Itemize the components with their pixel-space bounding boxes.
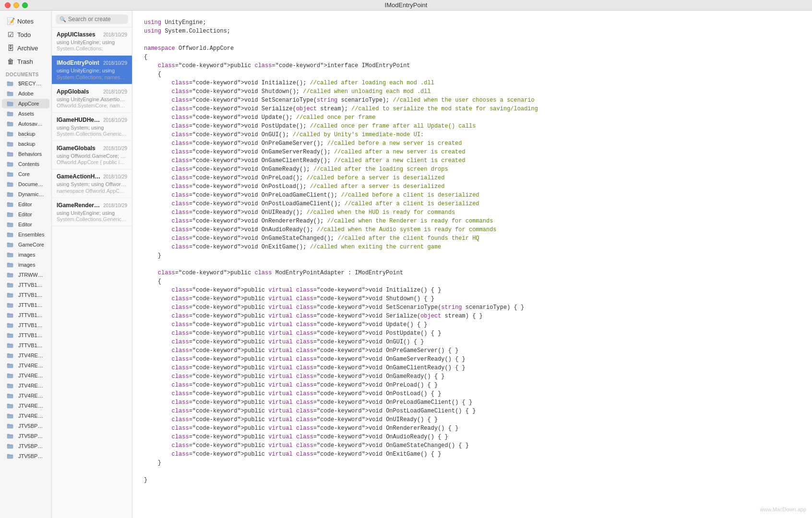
code-line: class="code-keyword">void Update(); //ca… [144,113,800,122]
sidebar-doc-item-jttvb1m8s[interactable]: JTTVB1M8S... [2,330,49,340]
sidebar-doc-item-jtv5bp33p[interactable]: JTV5BP33P... [2,431,49,441]
sidebar-doc-item-jtv4reyiu[interactable]: JTV4REYIU... [2,391,49,400]
doc-item-label: DynamicQu... [18,191,45,197]
note-item-appglobals[interactable]: AppGlobals2018/10/29using UnityEngine.As… [52,84,132,113]
sidebar-doc-item-adobe[interactable]: Adobe [2,89,49,98]
note-preview-1: using Offworld.GameCore; namespace [57,153,127,159]
folder-icon [7,402,13,409]
doc-item-label: JTV5BP33Q... [18,443,45,449]
doc-item-label: Editor [18,212,32,217]
code-line: } [144,459,800,467]
minimize-button[interactable] [13,2,19,8]
archive-icon: 🗄 [7,44,14,52]
window-controls[interactable] [5,2,28,8]
note-item-igamehudhelpers[interactable]: IGameHUDHelpers2018/10/29using System; u… [52,113,132,141]
doc-item-label: Contents [18,161,39,167]
search-wrapper[interactable]: 🔍 [56,14,128,24]
code-line: class="code-keyword">public class ModEnt… [144,269,800,277]
doc-item-label: Core [18,171,30,177]
sidebar-doc-item-jttvb1m6o[interactable]: JTTVB1M6O... [2,290,49,300]
sidebar-doc-item-images1[interactable]: images [2,250,49,259]
doc-item-label: JTTVB1M7G... [18,302,45,308]
doc-item-label: backup [18,131,35,137]
sidebar-item-archive[interactable]: 🗄 Archive [2,42,49,54]
svg-rect-73 [7,444,10,445]
sidebar-doc-item-jtv4reygf[interactable]: JTV4REYGF... [2,361,49,370]
folder-icon [7,312,13,318]
sidebar-item-trash[interactable]: 🗑 Trash [2,55,49,68]
sidebar-doc-item-jtv4reyjq[interactable]: JTV4REYJQ... [2,401,49,411]
sidebar-doc-item-editor2[interactable]: Editor [2,210,49,219]
folder-icon [7,110,13,117]
sidebar-doc-item-jtrwwfxk[interactable]: JTRWWFXK... [2,270,49,280]
doc-item-label: JTV4REYJQ... [18,403,45,409]
note-item-imodentrypoint[interactable]: IModEntryPoint2018/10/29using UnityEngin… [52,56,132,84]
code-line: namespace Offworld.AppCore [144,44,800,53]
sidebar-item-todo[interactable]: ☑ Todo [2,28,49,41]
svg-rect-57 [7,364,10,365]
code-line: } [144,251,800,260]
maximize-button[interactable] [22,2,28,8]
sidebar-doc-item-jtv5bp334[interactable]: JTV5BP334... [2,421,49,431]
sidebar-item-notes[interactable]: 📝 Notes [2,15,49,27]
note-item-gameactionhelpers[interactable]: GameActionHelpers2018/10/29using System;… [52,169,132,198]
folder-icon [7,90,13,97]
sidebar-doc-item-ensembles[interactable]: Ensembles [2,230,49,239]
note-preview-2: System.Collections.Generic; using [57,216,127,222]
sidebar-doc-item-gamecore[interactable]: GameCore [2,240,49,249]
sidebar-doc-item-jtv5bp34i[interactable]: JTV5BP34i0 [2,451,49,461]
folder-icon [7,282,13,288]
sidebar-doc-item-autosaved[interactable]: Autosaved C... [2,119,49,129]
sidebar-doc-item-jttvb1m7g[interactable]: JTTVB1M7G... [2,300,49,310]
code-line: class="code-keyword">public virtual clas… [144,381,800,389]
sidebar-doc-item-dynamicqu[interactable]: DynamicQu... [2,189,49,199]
sidebar-doc-item-recycle[interactable]: $RECYCLE... [2,79,49,88]
sidebar-doc-item-editor3[interactable]: Editor [2,220,49,229]
sidebar-doc-item-jtv4reyi41[interactable]: JTV4REYI41... [2,381,49,390]
close-button[interactable] [5,2,11,8]
svg-rect-63 [7,394,10,395]
sidebar-doc-item-jtv4reyo1[interactable]: JTV4REYO1... [2,351,49,360]
note-preview-1: using UnityEngine; using [57,210,127,216]
note-item-igameglobals[interactable]: IGameGlobals2018/10/29using Offworld.Gam… [52,141,132,169]
code-line [144,35,800,44]
folder-icon [7,161,13,167]
code-line: class="code-keyword">public virtual clas… [144,303,800,312]
folder-icon [7,201,13,208]
sidebar-doc-item-documents[interactable]: Documents [2,179,49,189]
sidebar-doc-item-editor1[interactable]: Editor [2,200,49,209]
code-line: class="code-keyword">public virtual clas… [144,320,800,329]
sidebar-doc-item-jtv4reyhp[interactable]: JTV4REYHP... [2,371,49,380]
folder-icon [7,120,13,127]
note-preview-1: using UnityEngine.Assertions; using [57,96,127,103]
note-item-appuiclasses[interactable]: AppUIClasses2018/10/29using UnityEngine;… [52,27,132,56]
code-line: class="code-keyword">public virtual clas… [144,398,800,407]
folder-icon [7,342,13,349]
sidebar-doc-item-appcore[interactable]: AppCore [2,99,49,108]
note-preview-2: System.Collections; namespace [57,74,127,80]
doc-item-label: Adobe [18,91,34,96]
svg-rect-9 [7,122,10,123]
sidebar-doc-item-jttvb1lwt[interactable]: JTTVB1LWT... [2,280,49,290]
sidebar-doc-item-assets[interactable]: Assets [2,109,49,118]
note-item-igamerenderhelpers[interactable]: IGameRenderHelpers2018/10/29using UnityE… [52,198,132,226]
sidebar-doc-item-jttvb1m9s[interactable]: JTTVB1M9S... [2,341,49,350]
sidebar-doc-item-images2[interactable]: images [2,260,49,270]
sidebar-doc-item-core[interactable]: Core [2,169,49,179]
code-line: class="code-keyword">public virtual clas… [144,312,800,320]
search-input[interactable] [68,16,124,23]
code-line: class="code-keyword">public virtual clas… [144,389,800,398]
sidebar-doc-item-behaviors[interactable]: Behaviors [2,149,49,159]
svg-rect-37 [7,263,10,264]
sidebar-doc-item-jttvb1m8o[interactable]: JTTVB1M8O... [2,310,49,320]
doc-item-label: Ensembles [18,232,44,237]
sidebar-doc-item-jtv5bp33q[interactable]: JTV5BP33Q... [2,441,49,451]
svg-rect-39 [7,273,10,274]
sidebar-doc-item-backup2[interactable]: backup [2,139,49,149]
sidebar-doc-item-jtv4reyks[interactable]: JTV4REYKS... [2,411,49,421]
code-line: { [144,70,800,79]
sidebar-doc-item-contents[interactable]: Contents [2,159,49,169]
doc-item-label: JTV4REYIU... [18,393,45,399]
sidebar-doc-item-jttvb1m8d[interactable]: JTTVB1M8D... [2,320,49,330]
sidebar-doc-item-backup1[interactable]: backup [2,129,49,139]
